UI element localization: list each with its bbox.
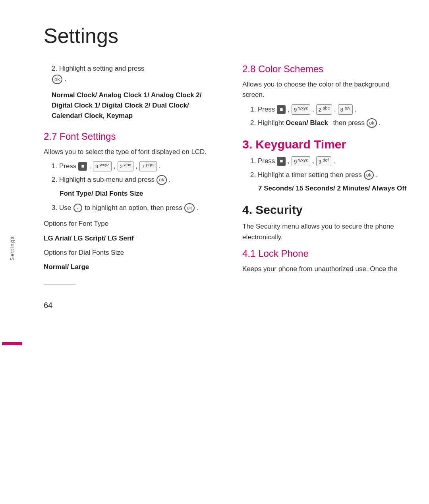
left-column: 2. Highlight a setting and press ok . No… <box>44 63 218 480</box>
key-7pqrs-27: 7 pqrs <box>139 161 157 171</box>
section-28-desc: Allows you to choose the color of the ba… <box>242 79 409 100</box>
menu-key-28: ■ <box>277 105 286 114</box>
options-dial: Normal/ Large <box>44 262 218 272</box>
section-3: 3. Keyguard Timer 1. Press ■ , 9 wxyz , … <box>242 138 409 194</box>
section-28-heading: 2.8 Color Schemes <box>242 63 409 75</box>
main-content: Settings 2. Highlight a setting and pres… <box>24 0 429 504</box>
section-41-heading: 4.1 Lock Phone <box>242 248 409 259</box>
section-27-desc: Allows you to select the type of font di… <box>44 147 218 157</box>
section-28-step1: 1. Press ■ , 9 wxyz , 2 abc , 8 tuv . <box>250 104 409 115</box>
section-27-heading: 2.7 Font Settings <box>44 131 218 142</box>
ok-circle-intro: ok <box>52 75 62 84</box>
sidebar-label: Settings <box>9 236 15 261</box>
divider <box>44 285 75 285</box>
ok-circle-27-3: ok <box>184 203 195 213</box>
ok-circle-3: ok <box>364 170 374 180</box>
section-4: 4. Security The Security menu allows you… <box>242 203 409 274</box>
section-28: 2.8 Color Schemes Allows you to choose t… <box>242 63 409 128</box>
menu-key-27: ■ <box>78 162 87 171</box>
section-4-heading: 4. Security <box>242 203 409 217</box>
right-column: 2.8 Color Schemes Allows you to choose t… <box>242 63 409 480</box>
nav-circle-icon <box>73 204 82 212</box>
options-font-type-label: Options for Font Type <box>44 219 218 229</box>
section-3-bold-options: 7 Seconds/ 15 Seconds/ 2 Minutes/ Always… <box>258 183 409 194</box>
intro-step2: 2. Highlight a setting and press ok . <box>52 63 218 85</box>
options-font-type: LG Arial/ LG Script/ LG Serif <box>44 233 218 244</box>
two-col-layout: 2. Highlight a setting and press ok . No… <box>44 63 409 480</box>
section-27-step2: 2. Highlight a sub-menu and press ok . <box>52 175 218 185</box>
section-3-heading: 3. Keyguard Timer <box>242 138 409 151</box>
key-3def-3: 3 def <box>316 156 331 167</box>
section-27: 2.7 Font Settings Allows you to select t… <box>44 131 218 273</box>
key-2abc-27: 2 abc <box>118 161 133 171</box>
section-41: 4.1 Lock Phone Keeps your phone from una… <box>242 248 409 274</box>
sidebar-bar <box>2 342 22 345</box>
page-container: Settings Settings 2. Highlight a setting… <box>0 0 429 504</box>
page-title: Settings <box>44 24 409 48</box>
section-28-step2: 2. Highlight Ocean/ Black then press ok … <box>250 118 409 128</box>
options-dial-label: Options for Dial Fonts Size <box>44 248 218 258</box>
sidebar: Settings <box>0 0 24 504</box>
section-3-step1: 1. Press ■ , 9 wxyz , 3 def . <box>250 156 409 166</box>
section-3-step2: 2. Highlight a timer setting then press … <box>250 170 409 180</box>
section-27-bold-options: Font Type/ Dial Fonts Size <box>60 189 218 199</box>
section-4-desc: The Security menu allows you to secure t… <box>242 221 409 242</box>
key-9wxyz-3: 9 wxyz <box>292 156 310 167</box>
section-27-step3: 3. Use to highlight an option, then pres… <box>52 203 218 213</box>
section-41-desc: Keeps your phone from unauthorized use. … <box>242 264 409 274</box>
bold-list: Normal Clock/ Analog Clock 1/ Analog Clo… <box>52 90 218 121</box>
menu-key-3: ■ <box>277 157 286 165</box>
ok-circle-27-2: ok <box>157 175 167 185</box>
ok-circle-28: ok <box>367 118 377 128</box>
key-2abc-28: 2 abc <box>316 104 332 115</box>
key-8tuv-28: 8 tuv <box>338 104 353 115</box>
key-9wxyz-28: 9 wxyz <box>292 104 310 115</box>
section-27-step1: 1. Press ■ , 9 wxyz , 2 abc , 7 pqrs . <box>52 161 218 171</box>
key-9wxyz-27: 9 wxyz <box>93 161 112 171</box>
page-number: 64 <box>44 301 218 310</box>
